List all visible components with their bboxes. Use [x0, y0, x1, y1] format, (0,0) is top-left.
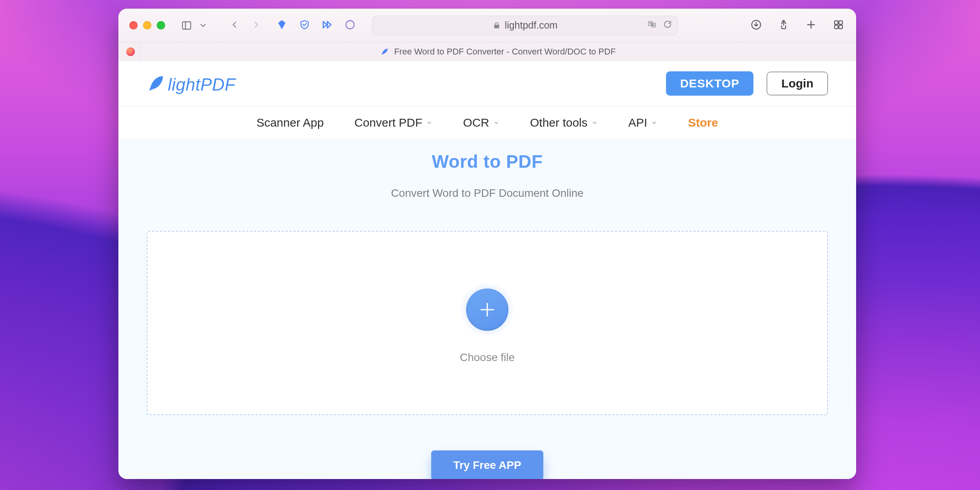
translate-icon[interactable] [647, 20, 657, 31]
share-button[interactable] [778, 19, 789, 32]
reload-button[interactable] [663, 20, 672, 31]
tab-strip: Free Word to PDF Converter - Convert Wor… [118, 42, 856, 61]
safari-toolbar: lightpdf.com [118, 9, 856, 42]
svg-rect-0 [183, 22, 191, 29]
nav-label: Store [688, 116, 718, 129]
active-tab[interactable]: Free Word to PDF Converter - Convert Wor… [140, 42, 856, 61]
page-subtitle: Convert Word to PDF Document Online [147, 187, 828, 200]
nav-label: Convert PDF [354, 116, 422, 129]
site-logo-text: lightPDF [168, 76, 236, 93]
login-button[interactable]: Login [767, 72, 828, 95]
page-viewport: lightPDF DESKTOP Login Scanner App Conve… [118, 61, 856, 479]
active-tab-title: Free Word to PDF Converter - Convert Wor… [394, 47, 615, 57]
svg-rect-15 [839, 25, 842, 29]
pinned-tab-favicon [126, 47, 135, 56]
plus-icon [478, 300, 497, 319]
downloads-button[interactable] [750, 19, 762, 32]
site-nav: Scanner App Convert PDF OCR Other tools … [118, 106, 856, 139]
sidebar-toggle-button[interactable] [178, 17, 195, 34]
nav-label: Scanner App [256, 116, 324, 129]
feather-icon [147, 74, 166, 93]
window-minimize-button[interactable] [143, 21, 151, 29]
svg-point-4 [346, 20, 354, 29]
nav-label: API [628, 116, 647, 129]
chevron-down-icon [592, 120, 598, 126]
choose-file-label: Choose file [460, 351, 515, 364]
chevron-down-icon [493, 120, 499, 126]
address-bar[interactable]: lightpdf.com [372, 16, 678, 35]
forward-button[interactable] [251, 20, 261, 31]
back-button[interactable] [229, 20, 240, 31]
nav-other-tools[interactable]: Other tools [530, 116, 598, 129]
try-free-app-button[interactable]: Try Free APP [431, 450, 543, 479]
nav-store[interactable]: Store [688, 116, 718, 129]
svg-rect-14 [835, 25, 838, 29]
extension-fastforward-icon[interactable] [322, 19, 333, 32]
lock-icon [492, 21, 501, 30]
new-tab-button[interactable] [805, 19, 817, 32]
nav-ocr[interactable]: OCR [463, 116, 499, 129]
tool-section: Word to PDF Convert Word to PDF Document… [118, 139, 856, 479]
window-close-button[interactable] [129, 21, 138, 29]
chevron-down-icon [651, 120, 657, 126]
site-header: lightPDF DESKTOP Login [118, 61, 856, 106]
address-bar-host: lightpdf.com [505, 20, 558, 31]
tab-group-dropdown-button[interactable] [195, 17, 211, 34]
pinned-tab[interactable] [122, 42, 140, 61]
safari-window: lightpdf.com [118, 9, 856, 479]
extension-moon-icon[interactable] [345, 19, 356, 32]
page-scroll-area[interactable]: lightPDF DESKTOP Login Scanner App Conve… [118, 61, 856, 479]
svg-marker-3 [327, 21, 331, 27]
nav-scanner-app[interactable]: Scanner App [256, 116, 324, 129]
extension-shield-icon[interactable] [299, 19, 310, 32]
svg-marker-2 [323, 21, 327, 27]
svg-rect-13 [839, 21, 842, 24]
chevron-down-icon [426, 120, 432, 126]
feather-icon [380, 47, 389, 56]
page-title: Word to PDF [147, 151, 828, 172]
desktop-button[interactable]: DESKTOP [666, 71, 753, 96]
site-logo[interactable]: lightPDF [147, 74, 236, 93]
window-zoom-button[interactable] [157, 21, 165, 29]
extension-gem-icon[interactable] [276, 19, 287, 32]
nav-convert-pdf[interactable]: Convert PDF [354, 116, 432, 129]
add-file-button[interactable] [460, 282, 515, 337]
nav-label: Other tools [530, 116, 588, 129]
svg-rect-12 [835, 21, 838, 24]
file-dropzone[interactable]: Choose file [147, 231, 828, 415]
nav-api[interactable]: API [628, 116, 657, 129]
window-traffic-lights [129, 21, 165, 29]
tab-overview-button[interactable] [833, 19, 844, 32]
nav-label: OCR [463, 116, 489, 129]
